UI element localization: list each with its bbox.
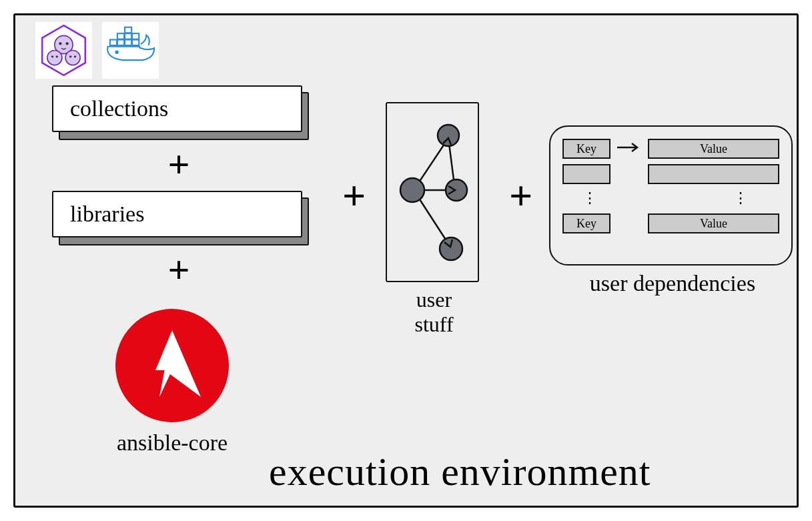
svg-rect-13	[132, 40, 139, 46]
libraries-label: libraries	[70, 201, 144, 227]
svg-point-3	[65, 51, 80, 65]
svg-rect-12	[125, 40, 131, 46]
svg-point-7	[56, 55, 58, 57]
svg-point-6	[51, 55, 53, 57]
docker-icon	[102, 22, 159, 79]
svg-point-5	[65, 42, 68, 45]
vertical-dots-icon: ⋮ ⋮	[562, 189, 779, 207]
kv-row	[562, 164, 779, 184]
collections-card: collections	[52, 85, 306, 139]
kv-key: Key	[562, 213, 611, 233]
user-stuff-graph-icon	[386, 102, 479, 282]
plus-icon: +	[52, 145, 306, 184]
ansible-logo-icon	[115, 309, 229, 422]
arrow-right-icon	[616, 141, 643, 157]
kv-row: Key Value	[562, 213, 779, 233]
svg-rect-14	[117, 33, 124, 39]
svg-point-8	[69, 55, 71, 57]
left-stack: collections + libraries +	[52, 85, 319, 296]
svg-point-18	[115, 51, 117, 53]
user-dependencies-box: Key Value ⋮ ⋮ Key Value	[549, 125, 793, 266]
kv-value: Value	[648, 213, 779, 233]
svg-rect-11	[117, 40, 124, 46]
svg-rect-17	[125, 27, 131, 33]
kv-key	[562, 164, 611, 184]
svg-rect-15	[125, 33, 131, 39]
svg-rect-10	[110, 40, 117, 46]
svg-point-24	[400, 178, 424, 202]
diagram-canvas: collections + libraries + ansible-core +…	[13, 13, 799, 508]
plus-icon: +	[52, 251, 306, 290]
kv-value	[648, 164, 779, 184]
svg-point-2	[47, 51, 62, 65]
svg-point-23	[438, 125, 459, 146]
diagram-title: execution environment	[269, 449, 651, 495]
ansible-core-block: ansible-core	[115, 309, 229, 456]
plus-icon: +	[509, 172, 532, 219]
kv-row: Key Value	[562, 139, 779, 159]
collections-label: collections	[70, 96, 168, 121]
podman-icon	[35, 22, 92, 79]
container-icons-row	[35, 22, 159, 79]
plus-icon: +	[342, 172, 366, 219]
kv-key: Key	[562, 139, 611, 159]
kv-value: Value	[648, 139, 779, 159]
svg-point-4	[59, 42, 61, 45]
svg-point-26	[440, 237, 462, 260]
user-dependencies-label: user dependencies	[549, 271, 796, 296]
user-stuff-block: user stuff	[386, 102, 482, 337]
user-dependencies-block: Key Value ⋮ ⋮ Key Value user dependen	[549, 125, 796, 296]
svg-point-9	[74, 55, 76, 57]
ansible-core-label: ansible-core	[115, 430, 229, 456]
user-stuff-label: user stuff	[386, 288, 482, 337]
svg-rect-16	[132, 33, 139, 39]
libraries-card: libraries	[52, 191, 306, 244]
